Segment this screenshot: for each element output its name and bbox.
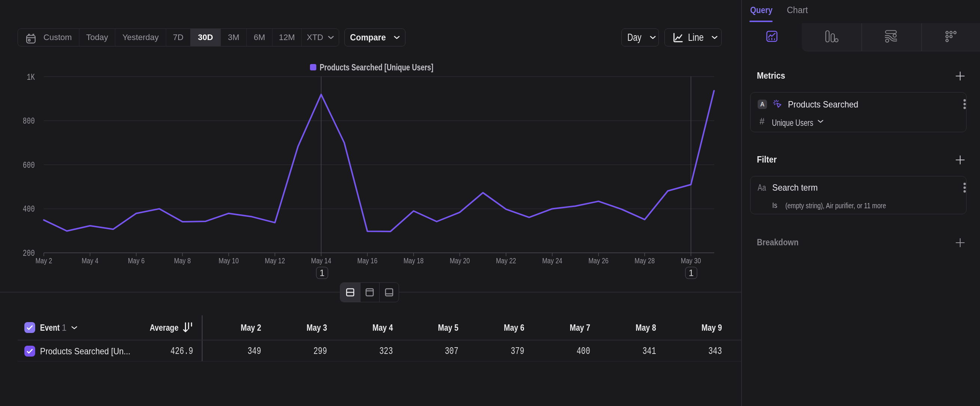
svg-text:May 14: May 14 (311, 256, 331, 265)
svg-text:May 4: May 4 (82, 256, 99, 265)
svg-text:1: 1 (689, 268, 694, 278)
svg-text:May 18: May 18 (404, 256, 424, 265)
svg-text:800: 800 (23, 116, 35, 126)
svg-text:May 2: May 2 (35, 256, 52, 265)
svg-text:600: 600 (23, 161, 35, 170)
svg-text:1K: 1K (27, 73, 35, 83)
svg-text:1: 1 (320, 268, 325, 278)
svg-text:May 16: May 16 (358, 256, 378, 265)
svg-text:May 6: May 6 (128, 256, 145, 265)
svg-text:May 10: May 10 (219, 256, 239, 265)
svg-text:May 22: May 22 (496, 256, 516, 265)
svg-text:May 20: May 20 (450, 256, 470, 265)
svg-text:200: 200 (23, 249, 35, 258)
svg-text:May 8: May 8 (174, 256, 191, 265)
svg-text:May 24: May 24 (542, 256, 562, 265)
svg-text:May 12: May 12 (265, 256, 285, 265)
svg-text:May 26: May 26 (589, 256, 609, 265)
svg-text:400: 400 (23, 204, 35, 214)
svg-text:May 28: May 28 (635, 256, 655, 265)
svg-text:May 30: May 30 (681, 256, 701, 265)
